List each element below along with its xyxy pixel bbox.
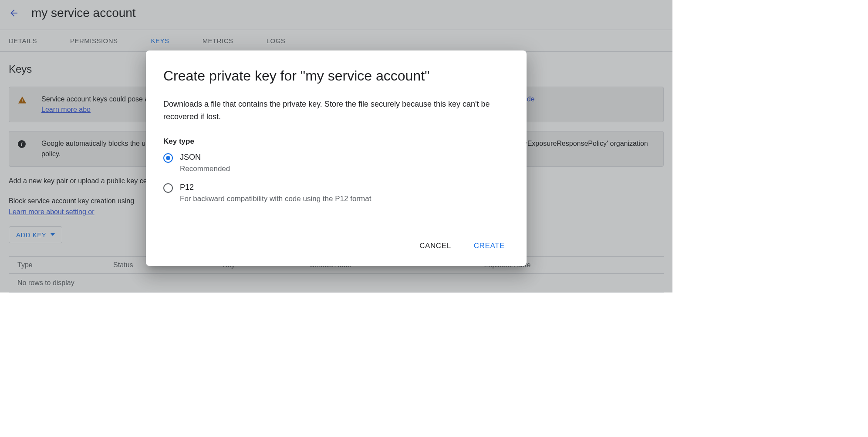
dialog-description: Downloads a file that contains the priva… [163, 98, 509, 123]
radio-option-p12[interactable]: P12 For backward compatibility with code… [163, 183, 509, 203]
dialog-actions: CANCEL CREATE [163, 238, 509, 254]
radio-json-label: JSON [180, 153, 230, 162]
radio-p12-input[interactable] [163, 183, 173, 193]
cancel-button[interactable]: CANCEL [415, 238, 456, 254]
radio-json-input[interactable] [163, 153, 173, 163]
radio-p12-label: P12 [180, 183, 371, 192]
page-root: my service account DETAILS PERMISSIONS K… [0, 0, 672, 292]
create-key-dialog: Create private key for "my service accou… [146, 50, 527, 266]
radio-option-json[interactable]: JSON Recommended [163, 153, 509, 173]
radio-p12-sub: For backward compatibility with code usi… [180, 195, 371, 203]
key-type-group-label: Key type [163, 137, 509, 146]
create-button[interactable]: CREATE [469, 238, 509, 254]
radio-json-sub: Recommended [180, 165, 230, 173]
dialog-title: Create private key for "my service accou… [163, 68, 509, 84]
modal-scrim[interactable]: Create private key for "my service accou… [0, 0, 672, 292]
